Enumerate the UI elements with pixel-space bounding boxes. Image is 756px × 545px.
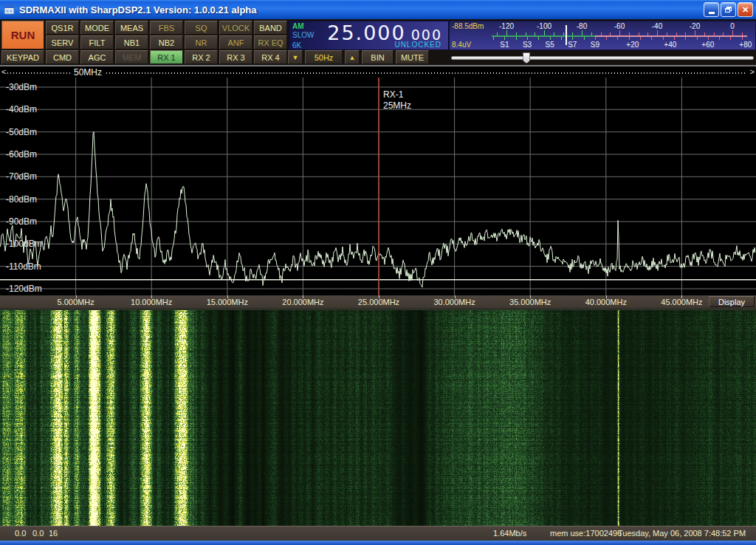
restore-button[interactable] <box>721 2 736 17</box>
close-button[interactable]: ✕ <box>738 2 753 17</box>
toolbar-button-nb1[interactable]: NB1 <box>115 35 148 49</box>
meter-scale-label: +20 <box>626 41 639 49</box>
step-up-button[interactable]: ▲ <box>345 50 360 64</box>
meter-tick <box>719 37 720 40</box>
meter-scale-label: -120 <box>499 22 514 30</box>
toolbar-button-filt[interactable]: FILT <box>80 35 114 49</box>
display-button[interactable]: Display <box>709 296 755 307</box>
meter-tick <box>572 32 573 35</box>
slider-thumb[interactable] <box>523 52 530 64</box>
span-left-arrow-icon[interactable]: < <box>1 67 6 76</box>
toolbar-button-sq[interactable]: SQ <box>185 21 218 35</box>
meter-tick <box>493 37 494 40</box>
window-bottom-border <box>0 541 756 545</box>
meter-tick <box>617 37 618 40</box>
meter-tick <box>730 37 731 40</box>
toolbar-button-agc[interactable]: AGC <box>80 50 114 64</box>
meter-tick <box>742 32 743 35</box>
slider-track[interactable] <box>451 56 754 60</box>
meter-scale-label: +40 <box>664 41 676 49</box>
meter-tick <box>582 30 583 35</box>
bandwidth-indicator: 6K <box>292 41 301 49</box>
axis-label: 30.000MHz <box>433 298 475 306</box>
toolbar-button-anf[interactable]: ANF <box>219 35 252 49</box>
meter-tick <box>516 32 517 35</box>
frequency-axis: Display 5.000MHz10.000MHz15.000MHz20.000… <box>0 295 756 308</box>
spectrum-display[interactable]: -30dBm-40dBm-50dBm-60dBm-70dBm-80dBm-90d… <box>0 78 756 295</box>
meter-tick <box>527 37 528 40</box>
meter-tick <box>714 32 715 35</box>
meter-tick <box>657 30 658 35</box>
step-down-button[interactable]: ▼ <box>288 50 303 64</box>
toolbar-button-rx-4[interactable]: RX 4 <box>254 50 287 64</box>
meter-tick <box>674 37 675 40</box>
meter-tick <box>704 32 705 35</box>
toolbar-button-band[interactable]: BAND <box>254 21 287 35</box>
meter-scale-label: +80 <box>739 41 752 49</box>
status-bitrate: 1.64Mb/s <box>493 529 526 538</box>
meter-tick <box>629 37 630 40</box>
frequency-display[interactable]: AM SLOW 6K 25.000 000 UNLOCKED <box>289 21 449 50</box>
rx-marker-freq: 25MHz <box>383 100 411 111</box>
meter-tick <box>506 30 507 35</box>
toolbar-button-fbs[interactable]: FBS <box>150 21 183 35</box>
toolbar-button-mute[interactable]: MUTE <box>396 50 429 64</box>
dbm-axis-label: -50dBm <box>6 127 37 137</box>
meter-tick <box>676 32 677 35</box>
spectrum-trace <box>0 132 755 288</box>
app-window: SDRMAXII with SharpDSP2.1 Version: 1.0.0… <box>0 0 756 545</box>
meter-tick <box>685 37 686 40</box>
toolbar-button-cmd[interactable]: CMD <box>46 50 79 64</box>
restore-icon <box>725 7 732 13</box>
minimize-button[interactable] <box>704 2 719 17</box>
dbm-axis-label: -40dBm <box>6 104 37 114</box>
toolbar-button-nr[interactable]: NR <box>185 35 218 49</box>
status-bar: 0.0 0.0 16 1.64Mb/s mem use:17002496 Tue… <box>0 526 756 541</box>
toolbar-button-vlock[interactable]: VLOCK <box>219 21 252 35</box>
toolbar-button-mode[interactable]: MODE <box>80 21 114 35</box>
dbm-axis-label: -60dBm <box>6 149 37 160</box>
meter-tick <box>572 37 573 40</box>
close-icon: ✕ <box>742 5 749 15</box>
meter-scale-label: -100 <box>537 22 551 30</box>
meter-scale-label: -80 <box>577 22 587 30</box>
meter-scale-label: S1 <box>500 41 509 49</box>
toolbar-button-rx-eq[interactable]: RX EQ <box>254 35 287 49</box>
meter-scale-label: S7 <box>568 41 577 49</box>
meter-tick <box>595 37 596 40</box>
toolbar-button-nb2[interactable]: NB2 <box>150 35 183 49</box>
waterfall-display[interactable] <box>0 310 756 526</box>
meter-needle <box>566 25 567 45</box>
dbm-axis-label: -120dBm <box>6 284 42 294</box>
dbm-axis-label: -70dBm <box>6 171 37 182</box>
meter-scale-label: -20 <box>690 22 700 30</box>
toolbar-button-rx-1[interactable]: RX 1 <box>150 50 183 64</box>
span-right-arrow-icon[interactable]: > <box>750 67 755 76</box>
meter-scale-label: -40 <box>652 22 662 30</box>
axis-label: 5.000MHz <box>58 298 94 306</box>
dbm-axis-label: -90dBm <box>6 216 37 227</box>
meter-tick <box>708 37 709 40</box>
toolbar-button-keypad[interactable]: KEYPAD <box>1 50 44 64</box>
meter-tick <box>544 30 545 35</box>
meter-tick <box>639 32 639 35</box>
toolbar-button-bin[interactable]: BIN <box>362 50 394 64</box>
toolbar-button-rx-3[interactable]: RX 3 <box>219 50 252 64</box>
status-datetime: Tuesday, May 06, 2008 7:48:52 PM <box>618 529 746 538</box>
meter-tick <box>610 32 611 35</box>
meter-tick <box>732 30 733 35</box>
meter-tick <box>647 32 648 35</box>
axis-label: 45.000MHz <box>661 298 702 306</box>
axis-label: 25.000MHz <box>358 298 399 306</box>
toolbar-button-run[interactable]: RUN <box>1 21 44 49</box>
meter-slider-row <box>449 52 756 64</box>
toolbar-button-serv[interactable]: SERV <box>46 35 79 49</box>
lock-status: UNLOCKED <box>394 41 441 49</box>
toolbar-button-meas[interactable]: MEAS <box>115 21 148 35</box>
s-meter: -88.5dBm 8.4uV -120-100-80-60-40-200S1S3… <box>449 21 756 50</box>
tune-step-button[interactable]: 50Hz <box>305 50 343 64</box>
toolbar-button-rx-2[interactable]: RX 2 <box>185 50 218 64</box>
span-bar[interactable]: < 50MHz > <box>0 65 756 78</box>
toolbar-button-qs1r[interactable]: QS1R <box>46 21 79 35</box>
toolbar-button-mem[interactable]: MEM <box>115 50 148 64</box>
